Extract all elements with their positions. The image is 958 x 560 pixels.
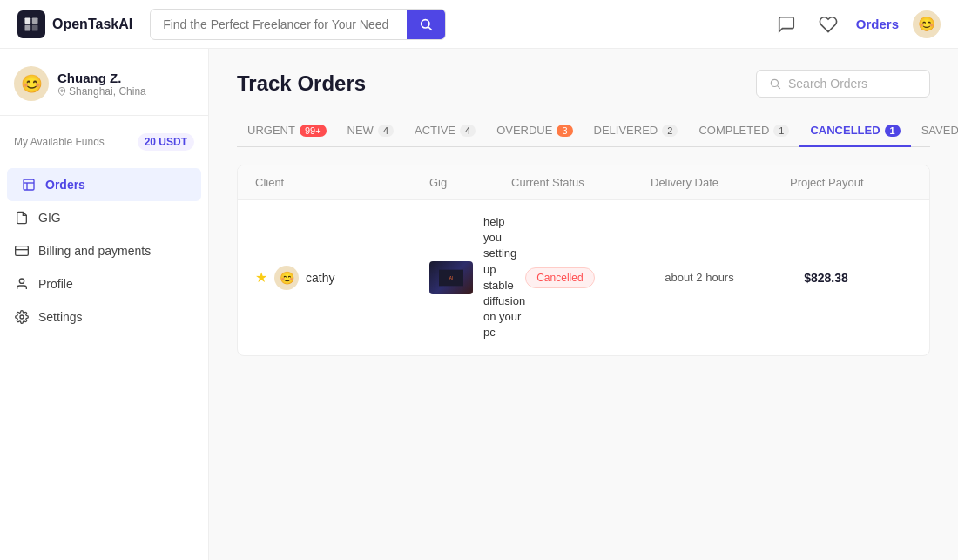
table-header: Client Gig Current Status Delivery Date … xyxy=(238,165,929,200)
heart-icon[interactable] xyxy=(814,10,842,38)
table-row[interactable]: ★ 😊 cathy AI help you setting up stable xyxy=(238,200,929,355)
search-bar[interactable] xyxy=(150,9,446,40)
funds-label: My Available Funds xyxy=(14,136,105,148)
tab-urgent[interactable]: URGENT 99+ xyxy=(237,115,337,147)
tab-overdue[interactable]: OVERDUE 3 xyxy=(486,115,583,147)
svg-rect-1 xyxy=(32,17,38,24)
tab-badge-completed: 1 xyxy=(773,125,789,137)
message-icon[interactable] xyxy=(772,10,800,38)
funds-amount: 20 USDT xyxy=(138,133,194,151)
orders-icon xyxy=(21,177,37,192)
search-orders-icon xyxy=(769,78,781,90)
sidebar: 😊 Chuang Z. Shanghai, China My Available… xyxy=(0,49,209,560)
logo-icon xyxy=(17,10,45,38)
svg-text:AI: AI xyxy=(449,276,453,280)
order-tabs: URGENT 99+ NEW 4 ACTIVE 4 OVERDUE 3 DELI… xyxy=(237,115,930,147)
user-avatar-topnav[interactable]: 😊 xyxy=(913,10,941,38)
location-icon xyxy=(57,87,66,96)
star-icon[interactable]: ★ xyxy=(255,269,267,286)
sidebar-item-settings[interactable]: Settings xyxy=(0,300,208,334)
tab-active[interactable]: ACTIVE 4 xyxy=(404,115,486,147)
gig-icon xyxy=(14,210,30,226)
project-payout: $828.38 xyxy=(804,271,926,285)
search-input[interactable] xyxy=(151,10,407,38)
svg-rect-0 xyxy=(25,17,31,24)
tab-badge-overdue: 3 xyxy=(557,125,572,137)
search-orders-bar[interactable]: Search Orders xyxy=(756,70,930,98)
col-client: Client xyxy=(255,176,429,189)
svg-rect-10 xyxy=(16,246,29,256)
svg-rect-7 xyxy=(24,179,34,190)
sidebar-item-billing-label: Billing and payments xyxy=(38,244,151,258)
client-avatar: 😊 xyxy=(274,266,299,290)
tab-badge-urgent: 99+ xyxy=(300,125,327,137)
topnav-right: Orders 😊 xyxy=(772,10,941,38)
user-location: Shanghai, China xyxy=(57,85,146,98)
svg-line-5 xyxy=(428,27,432,30)
gig-cell: AI help you setting up stable diffusion … xyxy=(429,214,525,341)
status-cell: Cancelled xyxy=(525,267,665,288)
sidebar-item-billing[interactable]: Billing and payments xyxy=(0,234,208,267)
col-status: Current Status xyxy=(511,176,651,189)
sidebar-item-gig[interactable]: GIG xyxy=(0,201,208,234)
tab-badge-delivered: 2 xyxy=(662,125,678,137)
sidebar-item-orders-label: Orders xyxy=(45,178,85,192)
tab-completed[interactable]: COMPLETED 1 xyxy=(688,115,799,147)
orders-table: Client Gig Current Status Delivery Date … xyxy=(237,165,930,356)
search-orders-placeholder: Search Orders xyxy=(788,77,867,91)
logo[interactable]: OpenTaskAI xyxy=(17,10,132,38)
svg-line-15 xyxy=(778,86,780,89)
page-title: Track Orders xyxy=(237,71,366,96)
svg-rect-3 xyxy=(32,24,38,30)
svg-point-13 xyxy=(20,315,24,319)
client-cell: ★ 😊 cathy xyxy=(255,266,429,290)
user-details: Chuang Z. Shanghai, China xyxy=(57,71,146,98)
tab-cancelled[interactable]: CANCELLED 1 xyxy=(799,115,910,147)
col-delivery: Delivery Date xyxy=(651,176,790,189)
main-header: Track Orders Search Orders xyxy=(237,70,930,98)
user-name: Chuang Z. xyxy=(57,71,146,85)
topnav-left: OpenTaskAI xyxy=(17,9,446,40)
gig-title: help you setting up stable diffusion on … xyxy=(483,214,525,341)
gig-thumbnail: AI xyxy=(429,261,473,294)
svg-point-14 xyxy=(771,79,778,86)
billing-icon xyxy=(14,243,30,259)
tab-badge-new: 4 xyxy=(378,125,394,137)
col-payout: Project Payout xyxy=(790,176,912,189)
main-content: Track Orders Search Orders URGENT 99+ NE… xyxy=(209,49,958,560)
svg-point-6 xyxy=(61,89,64,91)
status-badge: Cancelled xyxy=(525,267,594,288)
logo-text: OpenTaskAI xyxy=(52,17,132,32)
user-info: 😊 Chuang Z. Shanghai, China xyxy=(0,66,208,116)
funds-row: My Available Funds 20 USDT xyxy=(0,126,208,165)
settings-icon xyxy=(14,309,30,325)
tab-new[interactable]: NEW 4 xyxy=(337,115,404,147)
svg-point-4 xyxy=(422,19,429,27)
client-name: cathy xyxy=(306,271,334,285)
svg-rect-2 xyxy=(25,24,31,30)
search-button[interactable] xyxy=(407,10,445,39)
orders-nav-link[interactable]: Orders xyxy=(856,17,899,31)
tab-badge-active: 4 xyxy=(460,125,476,137)
user-avatar-sidebar: 😊 xyxy=(14,66,49,101)
delivery-date: about 2 hours xyxy=(665,271,804,284)
sidebar-item-profile-label: Profile xyxy=(38,277,73,291)
col-gig: Gig xyxy=(429,176,511,189)
svg-point-12 xyxy=(19,279,24,283)
top-navigation: OpenTaskAI Orders 😊 xyxy=(0,0,958,49)
sidebar-item-gig-label: GIG xyxy=(38,211,61,225)
profile-icon xyxy=(14,276,30,292)
sidebar-item-profile[interactable]: Profile xyxy=(0,267,208,300)
tab-saved[interactable]: SAVED 2 xyxy=(911,115,958,147)
tab-badge-cancelled: 1 xyxy=(885,125,901,137)
main-layout: 😊 Chuang Z. Shanghai, China My Available… xyxy=(0,49,958,560)
tab-delivered[interactable]: DELIVERED 2 xyxy=(584,115,689,147)
sidebar-item-settings-label: Settings xyxy=(38,310,83,324)
gig-thumb-img: AI xyxy=(439,269,463,287)
sidebar-item-orders[interactable]: Orders xyxy=(7,168,201,201)
